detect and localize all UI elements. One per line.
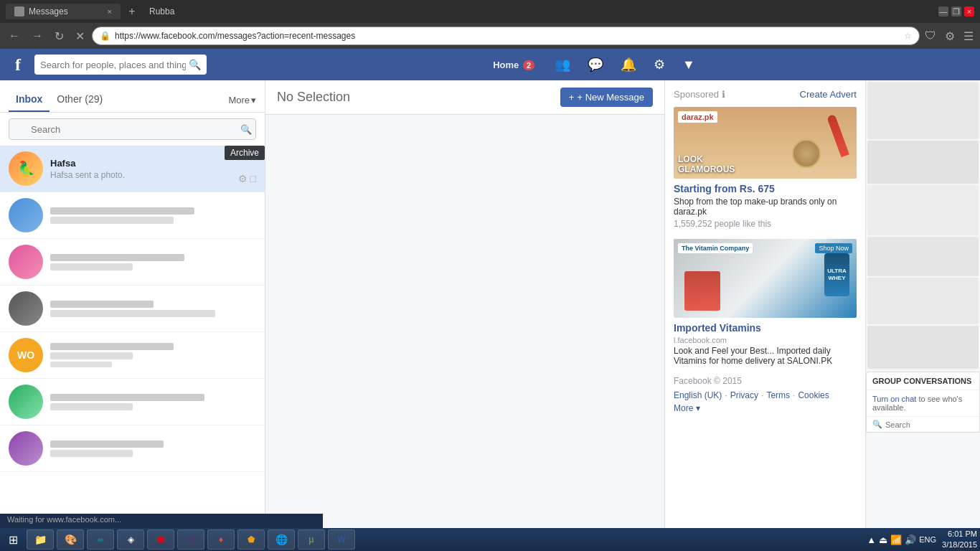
footer-link-cookies[interactable]: Cookies	[798, 390, 829, 400]
address-bar[interactable]: 🔒 https://www.facebook.com/messages?acti…	[92, 27, 920, 45]
list-item[interactable]	[0, 239, 265, 286]
list-item[interactable]: WO	[0, 332, 265, 379]
ad-brand-badge-2: The Vitamin Company	[678, 243, 753, 253]
message-content	[50, 438, 256, 459]
facebook-account-icon[interactable]: ⚙	[646, 52, 672, 77]
no-selection-bar: No Selection + + New Message	[265, 80, 664, 115]
taskbar-item-utorrent[interactable]: µ	[298, 529, 325, 550]
list-item[interactable]	[0, 425, 265, 472]
message-action-icons: ⚙ □	[238, 173, 256, 184]
chrome-icon: 🌐	[274, 532, 288, 547]
message-search-input[interactable]	[9, 118, 256, 140]
ad-compact-decoration	[792, 139, 821, 168]
shield-icon[interactable]: 🛡	[923, 27, 938, 44]
footer-more-button[interactable]: More ▾	[674, 403, 700, 413]
tray-lang-icon[interactable]: ENG	[919, 535, 936, 544]
footer-link-terms[interactable]: Terms	[766, 390, 790, 400]
taskbar-item-app1[interactable]: ♦	[207, 529, 235, 550]
app1-icon: ♦	[214, 532, 228, 547]
tab-close-button[interactable]: ×	[108, 7, 112, 16]
messages-list: 🦜 Hafsa Hafsa sent a photo. ⚙ □ Archive	[0, 146, 265, 528]
footer-link-privacy[interactable]: Privacy	[730, 390, 758, 400]
bookmark-icon[interactable]: ☆	[904, 31, 912, 41]
taskbar-tray-icons: ▲ ⏏ 📶 🔊 ENG	[867, 534, 936, 545]
paint-icon: 🎨	[63, 532, 77, 547]
facebook-search-input[interactable]	[40, 60, 186, 70]
tray-volume-icon[interactable]: 🔊	[905, 534, 916, 545]
more-button[interactable]: More ▾	[228, 95, 256, 105]
status-text: Waiting for www.facebook.com...	[7, 515, 121, 524]
facebook-friends-icon[interactable]: 👥	[547, 52, 578, 77]
right-far-sidebar: GROUP CONVERSATIONS Turn on chat to see …	[865, 80, 980, 528]
facebook-logo: f	[7, 55, 29, 75]
taskbar-clock[interactable]: 6:01 PM 3/18/2015	[942, 529, 977, 551]
taskbar-item-explorer[interactable]: 📁	[27, 529, 54, 550]
facebook-search-icon[interactable]: 🔍	[189, 59, 201, 70]
create-advert-link[interactable]: Create Advert	[800, 89, 857, 100]
facebook-search-box[interactable]: 🔍	[34, 55, 207, 75]
taskbar-item-vs[interactable]: ⬡	[177, 529, 204, 550]
facebook-messages-nav-icon[interactable]: 💬	[580, 52, 611, 77]
taskbar-item-paint[interactable]: 🎨	[57, 529, 84, 550]
right-sidebar-item	[867, 185, 979, 235]
ad-url-2: l.facebook.com	[674, 336, 857, 344]
facebook-dropdown-icon[interactable]: ▼	[675, 53, 702, 77]
archive-icon[interactable]: □	[250, 173, 256, 184]
taskbar-item-chrome[interactable]: 🌐	[268, 529, 295, 550]
message-search-button[interactable]: 🔍	[240, 124, 252, 135]
turn-on-chat-link[interactable]: Turn on chat	[872, 395, 916, 403]
list-item[interactable]	[0, 379, 265, 425]
refresh-button[interactable]: ↻	[50, 27, 68, 46]
group-conv-search-input[interactable]	[885, 420, 980, 429]
new-tab-button[interactable]: +	[123, 3, 141, 20]
home-badge: 2	[523, 60, 534, 70]
messages-header: Inbox Other (29) More ▾	[0, 80, 265, 113]
forward-button[interactable]: →	[27, 27, 47, 45]
url-text: https://www.facebook.com/messages?action…	[115, 31, 900, 41]
tab-inbox[interactable]: Inbox	[9, 88, 50, 112]
right-sidebar-item	[867, 326, 979, 369]
facebook-notifications-icon[interactable]: 🔔	[613, 52, 644, 77]
taskbar: ⊞ 📁 🎨 ∞ ◈ ▣ ⬡ ♦ ⬟ 🌐 µ W ▲ ⏏ 📶 🔊 ENG	[0, 528, 980, 551]
tray-network-icon[interactable]: 📶	[890, 534, 902, 545]
minimize-button[interactable]: —	[938, 6, 948, 17]
settings-icon[interactable]: ⚙	[238, 173, 248, 184]
extension-icon[interactable]: ⚙	[943, 27, 957, 45]
taskbar-item-word[interactable]: W	[328, 529, 355, 550]
ads-header: Sponsored ℹ Create Advert	[674, 89, 857, 100]
taskbar-item-arduino[interactable]: ∞	[87, 529, 114, 550]
back-button[interactable]: ←	[4, 27, 24, 45]
right-sidebar-item	[867, 141, 979, 184]
close-window-button[interactable]: ×	[964, 6, 974, 17]
close-tab-button[interactable]: ✕	[71, 27, 89, 46]
menu-icon[interactable]: ☰	[961, 27, 976, 45]
maximize-button[interactable]: ❐	[951, 6, 961, 17]
ad-image-2[interactable]: The Vitamin Company Shop Now ULTRAWHEY	[674, 239, 857, 318]
list-item[interactable]: 🦜 Hafsa Hafsa sent a photo. ⚙ □ Archive	[0, 146, 265, 192]
start-button[interactable]: ⊞	[3, 530, 24, 550]
tray-arrow-icon[interactable]: ▲	[867, 534, 876, 545]
taskbar-item-matlab[interactable]: ▣	[147, 529, 174, 550]
list-item[interactable]	[0, 286, 265, 332]
new-message-button[interactable]: + + New Message	[560, 88, 653, 107]
message-content	[50, 298, 256, 319]
tab-other[interactable]: Other (29)	[50, 88, 110, 112]
avatar: 🦜	[9, 151, 43, 186]
ads-sidebar: Sponsored ℹ Create Advert daraz.pk LOOKG…	[664, 80, 865, 528]
ad-overlay-text-1: LOOKGLAMOROUS	[678, 154, 735, 174]
taskbar-item-app2[interactable]: ⬟	[237, 529, 265, 550]
message-search-wrapper: 🔍 🔍	[9, 118, 256, 140]
sponsored-label: Sponsored ℹ	[674, 89, 725, 100]
taskbar-item-unity[interactable]: ◈	[117, 529, 144, 550]
browser-tab-messages[interactable]: Messages ×	[6, 4, 121, 19]
footer-link-language[interactable]: English (UK)	[674, 390, 722, 400]
facebook-home-button[interactable]: Home 2	[483, 55, 545, 75]
ad-title-1[interactable]: Starting from Rs. 675	[674, 183, 857, 194]
ad-image-1[interactable]: daraz.pk LOOKGLAMOROUS	[674, 107, 857, 179]
info-icon[interactable]: ℹ	[722, 89, 725, 100]
messages-tabs: Inbox Other (29) More ▾	[9, 88, 256, 112]
tray-usb-icon[interactable]: ⏏	[879, 534, 887, 545]
ad-title-2[interactable]: Imported Vitamins	[674, 322, 857, 334]
list-item[interactable]	[0, 192, 265, 239]
unity-icon: ◈	[123, 532, 138, 547]
